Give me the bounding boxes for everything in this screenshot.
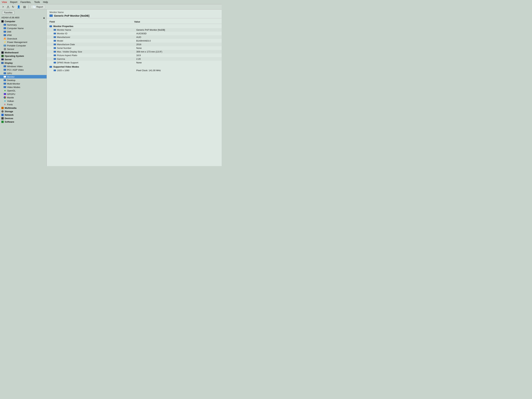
sidebar-item-computer[interactable]: Computer (0, 19, 47, 23)
sidebar-item-server[interactable]: Server (0, 58, 47, 61)
nav-forward-btn[interactable]: > (1, 5, 5, 9)
field-icon-0-4 (54, 44, 56, 45)
toolbar-separator (29, 5, 29, 9)
sidebar-item-label-power-management: Power Management (7, 41, 27, 44)
content-area: Monitor Name Generic PnP Monitor [NoDB] … (47, 10, 222, 166)
sidebar-item-dmi[interactable]: DMI (0, 30, 47, 33)
content-header: Monitor Name Generic PnP Monitor [NoDB] (47, 10, 222, 18)
data-row-0-7: Picture Aspect Ratio16:9 (47, 53, 222, 57)
storage-icon (1, 110, 4, 113)
menu-view[interactable]: View (2, 1, 7, 3)
sidebar-item-label-monitor: Monitor (7, 76, 14, 78)
menu-help[interactable]: Help (43, 1, 48, 3)
menu-favorites[interactable]: Favorites, (20, 1, 31, 3)
refresh-btn[interactable]: ↻ (11, 5, 15, 9)
field-icon-1-0 (54, 70, 56, 71)
sidebar-item-sensor[interactable]: Sensor (0, 47, 47, 51)
col-value: Value (134, 20, 219, 23)
field-cell-0-0: Monitor Name (54, 29, 136, 31)
field-icon-0-5 (54, 47, 56, 49)
field-cell-0-1: Monitor ID (54, 32, 136, 35)
sidebar-item-motherboard[interactable]: Motherboard (0, 51, 47, 54)
sidebar-item-desktop[interactable]: Desktop (0, 78, 47, 82)
field-icon-0-1 (54, 33, 56, 34)
field-text-0-7: Picture Aspect Ratio (57, 54, 77, 57)
display-icon (1, 62, 4, 64)
sidebar-item-gpgpu[interactable]: GPGPU (0, 92, 47, 96)
gpgpu-icon (3, 93, 6, 95)
nav-up-btn[interactable]: ⋀ (6, 5, 10, 9)
field-text-0-2: Manufacturer (57, 36, 70, 38)
sidebar-item-monitor[interactable]: Monitor (0, 75, 47, 78)
data-row-0-6: Max. Visible Display Size309 mm x 173 mm… (47, 50, 222, 53)
menu-bar: View Report Favorites, Tools Help (0, 0, 222, 4)
sidebar-item-label-summary: Summary (7, 24, 17, 26)
sidebar-item-label-computer-name: Computer Name (7, 27, 24, 30)
field-cell-0-3: Model (54, 39, 136, 42)
chip-icon (1, 51, 4, 54)
sidebar-item-network[interactable]: Network (0, 113, 47, 117)
sidebar-item-label-video-modes: Video Modes (7, 86, 20, 89)
sidebar-item-portable-computer[interactable]: Portable Computer (0, 44, 47, 47)
sidebar-item-multimedia[interactable]: Multimedia (0, 106, 47, 110)
blue-screen-icon (3, 75, 6, 78)
section-icon-0 (50, 25, 52, 27)
value-cell-0-9: None (136, 61, 219, 64)
sidebar-item-pci-agp-video[interactable]: PCI / AGP Video (0, 68, 47, 71)
menu-tools[interactable]: Tools (34, 1, 40, 3)
sidebar-items-container: ComputerSummaryComputer NameDMIIPMI🔥Over… (0, 19, 47, 123)
report-button[interactable]: 📄 Report (31, 5, 45, 9)
sidebar-item-software[interactable]: Software (0, 120, 47, 123)
blue-screen-icon (3, 86, 6, 89)
laptop-icon (3, 44, 6, 47)
report-label: Report (36, 6, 43, 8)
field-text-0-5: Serial Number (57, 47, 71, 49)
sidebar-item-power-management[interactable]: ⚡Power Management (0, 40, 47, 44)
sidebar-item-video-modes[interactable]: Video Modes (0, 85, 47, 89)
monitor-title-icon (50, 14, 53, 17)
sidebar: Favorites AIDA64 v5.98.4800 ▲ ComputerSu… (0, 10, 47, 166)
data-row-0-0: Monitor NameGeneric PnP Monitor [NoDB] (47, 28, 222, 32)
sidebar-item-storage[interactable]: Storage (0, 110, 47, 113)
sidebar-item-label-ipmi: IPMI (7, 34, 12, 37)
monitor-section-label: Monitor Name (50, 11, 219, 13)
sidebar-item-summary[interactable]: Summary (0, 23, 47, 26)
field-text-1-0: 1920 x 1080 (57, 69, 70, 72)
collapse-arrow[interactable]: ▲ (43, 16, 45, 19)
blue-screen-icon (3, 34, 6, 37)
section-label-0: Monitor Properties (53, 25, 73, 27)
value-cell-0-5: None (136, 47, 219, 49)
sidebar-item-label-gpgpu: GPGPU (7, 93, 15, 95)
main-layout: Favorites AIDA64 v5.98.4800 ▲ ComputerSu… (0, 10, 222, 166)
sidebar-item-mantle[interactable]: Mantle (0, 96, 47, 99)
fire-icon: 🔥 (3, 37, 6, 40)
user-btn[interactable]: 👤 (16, 5, 21, 9)
field-icon-0-6 (54, 51, 56, 52)
sidebar-item-devices[interactable]: Devices (0, 117, 47, 120)
sidebar-item-display[interactable]: Display (0, 61, 47, 65)
chart-btn[interactable]: ▤ (23, 5, 26, 9)
data-row-0-2: ManufacturerAUO (47, 35, 222, 39)
sidebar-item-computer-name[interactable]: Computer Name (0, 26, 47, 30)
sidebar-item-multi-monitor[interactable]: Multi-Monitor (0, 82, 47, 85)
field-text-0-9: DPMS Mode Support (57, 61, 78, 64)
os-icon (1, 55, 4, 57)
field-text-0-8: Gamma (57, 58, 65, 60)
toolbar: > ⋀ ↻ 👤 ▤ 📄 Report (0, 4, 222, 10)
sidebar-item-operating-system[interactable]: Operating System (0, 54, 47, 58)
monitor-title-row: Generic PnP Monitor [NoDB] (50, 14, 219, 17)
sidebar-item-windows-video[interactable]: Windows Video (0, 65, 47, 68)
opengl-icon: ⊕ (3, 89, 6, 92)
menu-report[interactable]: Report (10, 1, 17, 3)
sidebar-item-opengl[interactable]: ⊕OpenGL (0, 89, 47, 92)
sidebar-item-ipmi[interactable]: IPMI (0, 33, 47, 37)
sidebar-item-fonts[interactable]: AFonts (0, 103, 47, 106)
sidebar-item-gpu[interactable]: GPU (0, 71, 47, 75)
section-icon-1 (50, 66, 52, 68)
field-text-0-1: Monitor ID (57, 32, 67, 35)
field-icon-0-8 (54, 58, 56, 60)
vulkan-icon: ⊗ (3, 100, 6, 102)
sidebar-item-vulkan[interactable]: ⊗Vulkan (0, 99, 47, 103)
favorites-button[interactable]: Favorites (2, 11, 14, 14)
sidebar-item-overclock[interactable]: 🔥Overclock (0, 37, 47, 40)
